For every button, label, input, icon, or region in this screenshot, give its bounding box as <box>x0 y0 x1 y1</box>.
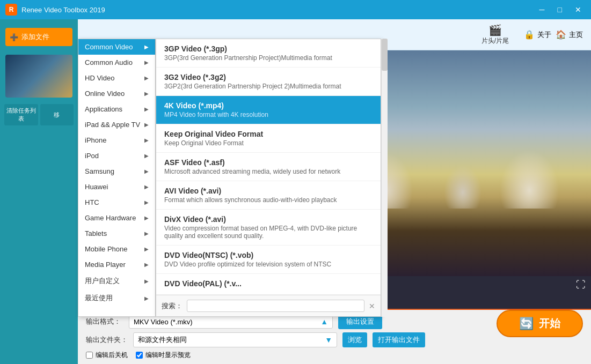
category-item-samsung[interactable]: Samsung ▶ <box>78 164 155 179</box>
format-item-3gp[interactable]: 3GP Video (*.3gp) 3GP(3rd Generation Par… <box>156 39 381 68</box>
category-item-recent[interactable]: 最近使用 ▶ <box>78 289 155 307</box>
chevron-right-icon-15: ▶ <box>144 278 149 284</box>
category-item-htc[interactable]: HTC ▶ <box>78 195 155 210</box>
format-submenu: 3GP Video (*.3gp) 3GP(3rd Generation Par… <box>156 39 381 317</box>
category-item-ipad[interactable]: iPad && Apple TV ▶ <box>78 117 155 132</box>
category-label-common-audio: Common Audio <box>85 58 133 66</box>
format-desc-4k-mp4: MP4 Video format with 4K resolution <box>164 111 373 118</box>
preview-checkbox[interactable] <box>136 352 143 359</box>
category-item-media-player[interactable]: Media Player ▶ <box>78 257 155 272</box>
format-desc-3gp: 3GP(3rd Generation Partnership Project)M… <box>164 54 373 62</box>
category-label-common-video: Common Video <box>85 43 133 51</box>
format-item-keep-original[interactable]: Keep Original Video Format Keep Original… <box>156 124 381 153</box>
minimize-button[interactable]: ─ <box>535 4 549 15</box>
chevron-right-icon-14: ▶ <box>144 262 149 268</box>
shutdown-checkbox[interactable] <box>86 352 93 359</box>
category-item-ipod[interactable]: iPod ▶ <box>78 148 155 164</box>
format-item-4k-mp4[interactable]: 4K Video (*.mp4) MP4 Video format with 4… <box>156 96 381 124</box>
title-bar-left: R Renee Video Toolbox 2019 <box>5 4 105 16</box>
format-desc-keep-original: Keep Original Video Format <box>164 139 373 147</box>
chevron-right-icon-7: ▶ <box>144 153 149 159</box>
chevron-right-icon-1: ▶ <box>144 60 149 65</box>
preview-checkbox-label[interactable]: 编辑时显示预览 <box>136 351 191 360</box>
about-label: 关于 <box>537 30 551 40</box>
dropdown-overlay: Common Video ▶ Common Audio ▶ HD Video ▶… <box>78 39 388 317</box>
category-item-common-audio[interactable]: Common Audio ▶ <box>78 55 155 70</box>
home-icon: 🏠 <box>556 29 566 40</box>
category-label-mobile-phone: Mobile Phone <box>85 245 128 253</box>
maximize-button[interactable]: □ <box>553 4 566 15</box>
chevron-right-icon-12: ▶ <box>144 231 149 236</box>
slideshow-btn[interactable]: 🎬 片头/片尾 <box>481 24 509 46</box>
format-title-asf: ASF Video (*.asf) <box>164 158 373 167</box>
format-title-divx: DivX Video (*.avi) <box>164 215 373 224</box>
format-title-4k-mp4: 4K Video (*.mp4) <box>164 101 373 110</box>
start-label: 开始 <box>539 316 560 331</box>
about-btn[interactable]: 🔒 关于 <box>524 29 551 40</box>
clear-tasks-button[interactable]: 清除任务列表 <box>4 104 38 125</box>
shutdown-checkbox-label[interactable]: 编辑后关机 <box>86 351 128 360</box>
category-menu: Common Video ▶ Common Audio ▶ HD Video ▶… <box>78 39 156 317</box>
format-item-dvd-ntsc[interactable]: DVD Video(NTSC) (*.vob) DVD Video profil… <box>156 246 381 274</box>
move-button[interactable]: 移 <box>40 104 74 125</box>
expand-button[interactable]: ⛶ <box>576 279 586 291</box>
category-label-ipad: iPad && Apple TV <box>85 121 140 129</box>
category-label-samsung: Samsung <box>85 167 114 175</box>
folder-label: 输出文件夹： <box>86 335 128 345</box>
search-clear-icon[interactable]: ✕ <box>369 302 375 310</box>
category-label-user-defined: 用户自定义 <box>85 276 120 286</box>
scroll-thumb <box>382 39 388 71</box>
category-item-iphone[interactable]: iPhone ▶ <box>78 132 155 148</box>
category-label-tablets: Tablets <box>85 229 107 237</box>
start-btn-area: 🔄 开始 <box>497 310 583 337</box>
preview-label: 编辑时显示预览 <box>145 351 191 360</box>
format-desc-asf: Microsoft advanced streaming media, wide… <box>164 168 373 175</box>
category-item-applications[interactable]: Applications ▶ <box>78 101 155 117</box>
search-bar: 搜索： ✕ <box>156 295 381 316</box>
category-label-hd-video: HD Video <box>85 74 114 82</box>
category-item-hd-video[interactable]: HD Video ▶ <box>78 70 155 86</box>
format-item-dvd-pal[interactable]: DVD Video(PAL) (*.v... <box>156 274 381 295</box>
chevron-right-icon-2: ▶ <box>144 75 149 81</box>
category-item-game-hardware[interactable]: Game Hardware ▶ <box>78 210 155 226</box>
format-item-divx[interactable]: DivX Video (*.avi) Video compression for… <box>156 210 381 246</box>
search-label: 搜索： <box>162 301 183 311</box>
format-item-asf[interactable]: ASF Video (*.asf) Microsoft advanced str… <box>156 153 381 181</box>
open-output-button[interactable]: 打开输出文件 <box>373 332 425 347</box>
category-label-online-video: Online Video <box>85 90 125 98</box>
category-item-online-video[interactable]: Online Video ▶ <box>78 86 155 101</box>
format-title-dvd-ntsc: DVD Video(NTSC) (*.vob) <box>164 251 373 259</box>
add-file-button[interactable]: ➕ 添加文件 <box>5 28 72 46</box>
format-item-3g2[interactable]: 3G2 Video (*.3g2) 3GP2(3rd Generation Pa… <box>156 68 381 96</box>
category-item-mobile-phone[interactable]: Mobile Phone ▶ <box>78 241 155 257</box>
chevron-right-icon-0: ▶ <box>144 44 149 50</box>
close-button[interactable]: ✕ <box>571 4 586 15</box>
shutdown-label: 编辑后关机 <box>96 351 128 360</box>
format-title-keep-original: Keep Original Video Format <box>164 130 373 138</box>
sidebar-bottom-btns: 清除任务列表 移 <box>4 104 74 125</box>
category-label-htc: HTC <box>85 198 99 206</box>
scroll-indicator[interactable] <box>381 39 388 317</box>
folder-dropdown[interactable]: 和源文件夹相同 ▼ <box>133 332 337 347</box>
category-item-user-defined[interactable]: 用户自定义 ▶ <box>78 272 155 289</box>
search-input[interactable] <box>187 300 364 312</box>
category-label-game-hardware: Game Hardware <box>85 214 136 222</box>
format-item-avi[interactable]: AVI Video (*.avi) Format which allows sy… <box>156 181 381 210</box>
home-label: 主页 <box>569 30 583 40</box>
category-item-common-video[interactable]: Common Video ▶ <box>78 39 155 55</box>
format-desc-avi: Format which allows synchronous audio-wi… <box>164 196 373 204</box>
browse-button[interactable]: 浏览 <box>342 332 367 347</box>
start-button[interactable]: 🔄 开始 <box>497 310 583 337</box>
lock-icon: 🔒 <box>524 29 535 40</box>
category-label-ipod: iPod <box>85 152 99 160</box>
chevron-right-icon-13: ▶ <box>144 246 149 252</box>
slideshow-label: 片头/片尾 <box>481 36 509 46</box>
folder-value: 和源文件夹相同 <box>138 335 187 345</box>
format-list: 3GP Video (*.3gp) 3GP(3rd Generation Par… <box>156 39 381 295</box>
category-label-huawei: Huawei <box>85 183 108 191</box>
category-item-huawei[interactable]: Huawei ▶ <box>78 179 155 195</box>
title-bar: R Renee Video Toolbox 2019 ─ □ ✕ <box>0 0 591 19</box>
format-desc-3g2: 3GP2(3rd Generation Partnership Project … <box>164 83 373 90</box>
category-item-tablets[interactable]: Tablets ▶ <box>78 226 155 241</box>
home-btn[interactable]: 🏠 主页 <box>556 29 583 40</box>
